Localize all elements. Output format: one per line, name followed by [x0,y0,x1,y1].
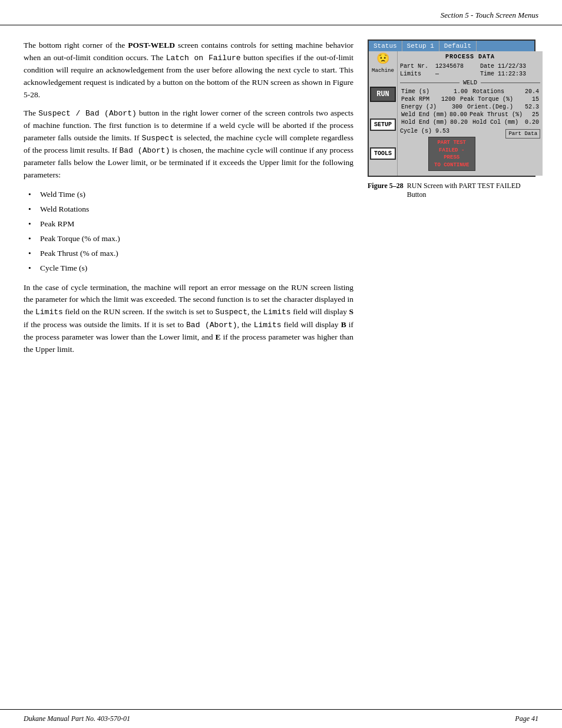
smiley-icon: 😟 [376,54,389,64]
tab-setup1[interactable]: Setup 1 [402,41,439,51]
screen-sidebar: 😟 Machine RUN SETUP TOOLS [369,51,398,176]
screen-container: Status Setup 1 Default 😟 Machine RUN SET… [368,39,535,177]
cell-label: Peak RPM [400,95,431,103]
screen-body: 😟 Machine RUN SETUP TOOLS PROCESS DATA P… [369,51,534,176]
machine-label: Machine [372,68,394,74]
cell-val: 300 [438,103,464,111]
part-data-button[interactable]: Part Data [505,129,540,139]
tab-default[interactable]: Default [439,41,477,51]
footer-right: Page 41 [515,714,538,723]
data-grid-row: Weld End (mm) 80.00 Peak Thrust (%) 25 [400,111,540,118]
footer-left: Dukane Manual Part No. 403-570-01 [24,714,130,723]
part-nr-row: Part Nr. 12345678 Date 11/22/33 [400,62,540,70]
cell-val: 1200 [431,95,457,103]
figure-column: Status Setup 1 Default 😟 Machine RUN SET… [368,39,538,362]
figure-label: Figure 5–28 [368,182,404,199]
data-grid-row: Time (s) 1.00 Rotations 20.4 [400,88,540,95]
setup-button[interactable]: SETUP [370,118,396,131]
time-label: Time [480,71,498,77]
text-column: The bottom right corner of the POST-WELD… [24,39,353,362]
page-header: Section 5 - Touch Screen Menus [0,0,562,25]
cell-label: Orient.(Deg.) [466,103,514,111]
time-value: 11:22:33 [498,71,540,77]
limits-row: Limits — Time 11:22:33 [400,70,540,78]
cell-val: 1.00 [435,88,470,95]
screen-tabs: Status Setup 1 Default [369,41,534,51]
part-test-button[interactable]: PART TEST FAILED - PRESS TO CONTINUE [428,137,475,171]
list-item: Cycle Time (s) [24,261,353,276]
cell-label: Hold End (mm) [400,118,448,126]
cell-val: 80.20 [448,118,469,126]
process-data-title: PROCESS DATA [400,54,540,60]
data-grid-row: Hold End (mm) 80.20 Hold Col (mm) 0.20 [400,118,540,126]
list-item: Weld Time (s) [24,187,353,202]
cell-val: 52.3 [514,103,540,111]
page-footer: Dukane Manual Part No. 403-570-01 Page 4… [0,709,562,728]
tab-status[interactable]: Status [369,41,402,51]
part-test-line2: FAILED - PRESS [432,147,471,162]
part-test-line1: PART TEST [432,139,471,147]
bottom-row: Cycle (s) 9.53 PART TEST FAILED - PRESS … [400,128,540,173]
content-area: The bottom right corner of the POST-WELD… [0,25,562,374]
date-value: 11/22/33 [498,63,540,70]
cell-label: Peak Torque (%) [459,95,514,103]
date-label: Date [480,63,498,70]
list-item: Peak Thrust (% of max.) [24,246,353,261]
list-item: Weld Rotations [24,202,353,217]
cell-label: Weld End (mm) [400,111,448,118]
screen-main: PROCESS DATA Part Nr. 12345678 Date 11/2… [398,51,543,176]
cell-val: 0.20 [520,118,540,126]
weld-line-left [400,83,459,83]
weld-text: WELD [459,80,481,86]
cell-val: 80.00 [448,111,466,118]
list-item: Peak RPM [24,217,353,232]
paragraph-1: The bottom right corner of the POST-WELD… [24,39,353,101]
cell-val: 20.4 [506,88,541,95]
data-grid-row: Peak RPM 1200 Peak Torque (%) 15 [400,95,540,103]
weld-divider: WELD [400,80,540,86]
part-test-line3: TO CONTINUE [432,162,471,169]
cell-label: Time (s) [400,88,435,95]
header-text: Section 5 - Touch Screen Menus [441,11,538,19]
list-item: Peak Torque (% of max.) [24,232,353,246]
part-nr-label: Part Nr. [400,63,435,70]
data-grid: Time (s) 1.00 Rotations 20.4 Peak RPM 12… [400,88,540,126]
run-button[interactable]: RUN [370,87,396,102]
part-nr-value: 12345678 [435,63,478,70]
bullet-list: Weld Time (s) Weld Rotations Peak RPM Pe… [24,187,353,276]
data-grid-row: Energy (J) 300 Orient.(Deg.) 52.3 [400,103,540,111]
cell-val: 15 [514,95,540,103]
cell-val: 25 [524,111,540,118]
figure-caption-text: RUN Screen with PART TEST FAILED Button [407,182,538,199]
cell-label: Hold Col (mm) [471,118,520,126]
limits-label: Limits [400,71,435,77]
paragraph-2: The Suspect / Bad (Abort) button in the … [24,107,353,182]
tools-button[interactable]: TOOLS [370,147,396,160]
cell-label: Energy (J) [400,103,438,111]
figure-caption: Figure 5–28 RUN Screen with PART TEST FA… [368,182,538,199]
cycle-row: Cycle (s) 9.53 [400,128,503,134]
cycle-part-test-area: Cycle (s) 9.53 PART TEST FAILED - PRESS … [400,128,503,173]
part-data-area: Part Data [505,128,540,139]
cycle-value: 9.53 [435,128,449,134]
paragraph-3: In the case of cycle termination, the ma… [24,282,353,356]
cycle-label: Cycle (s) [400,128,432,134]
weld-line-right [481,83,540,83]
cell-label: Rotations [471,88,506,95]
cell-label: Peak Thrust (%) [468,111,524,118]
limits-value: — [435,71,478,77]
